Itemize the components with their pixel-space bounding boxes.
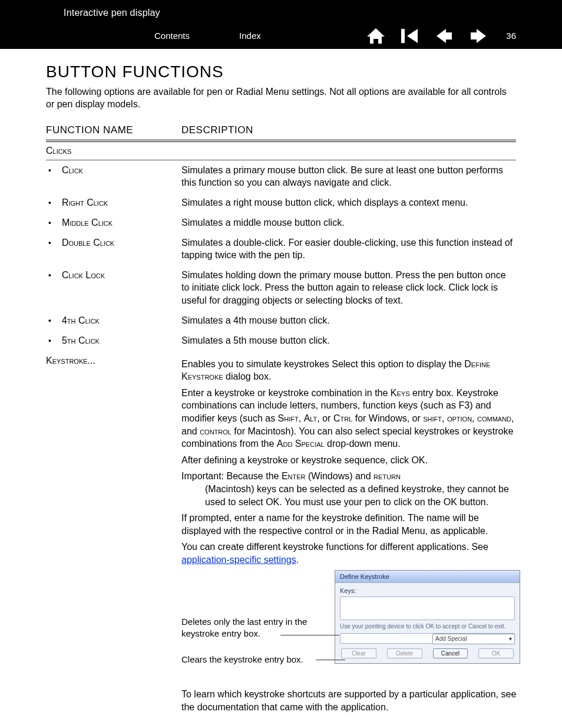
function-desc: Simulates a 4th mouse button click. bbox=[181, 314, 516, 327]
cancel-button[interactable]: Cancel bbox=[433, 648, 468, 659]
function-name: Middle Click bbox=[62, 216, 113, 229]
table-row: •4th ClickSimulates a 4th mouse button c… bbox=[46, 314, 516, 327]
bullet-icon: • bbox=[48, 236, 51, 249]
add-special-dropdown[interactable]: Add Special bbox=[432, 634, 515, 644]
bullet-icon: • bbox=[48, 314, 51, 327]
clicks-category: Clicks bbox=[46, 144, 516, 157]
table-row: •5th ClickSimulates a 5th mouse button c… bbox=[46, 334, 516, 347]
col-function-name: FUNCTION NAME bbox=[46, 124, 181, 137]
bullet-icon: • bbox=[48, 269, 51, 282]
footer-note: To learn which keystroke shortcuts are s… bbox=[181, 688, 520, 713]
bullet-icon: • bbox=[48, 216, 51, 229]
function-desc: Simulates a right mouse button click, wh… bbox=[181, 196, 516, 209]
delete-button[interactable]: Delete bbox=[387, 648, 422, 659]
keystroke-p4: Important: Because the Enter (Windows) a… bbox=[181, 470, 520, 508]
keystroke-row: Keystroke... Enables you to simulate key… bbox=[46, 354, 516, 717]
header-bar: Interactive pen display Contents Index 3… bbox=[0, 0, 562, 49]
table-row: •Right ClickSimulates a right mouse butt… bbox=[46, 196, 516, 209]
define-keystroke-dialog: Define Keystroke Keys: Use your pointing… bbox=[335, 570, 520, 664]
keystroke-p5: If prompted, enter a name for the keystr… bbox=[181, 512, 520, 537]
col-description: DESCRIPTION bbox=[181, 124, 516, 137]
page-number: 36 bbox=[506, 30, 516, 42]
function-name: Double Click bbox=[62, 236, 114, 249]
divider bbox=[46, 160, 516, 160]
function-name: 5th Click bbox=[62, 334, 100, 347]
function-desc: Simulates a primary mouse button click. … bbox=[181, 164, 516, 189]
dialog-title: Define Keystroke bbox=[335, 571, 520, 584]
table-row: •Middle ClickSimulates a middle mouse bu… bbox=[46, 216, 516, 229]
ok-button[interactable]: OK bbox=[478, 648, 514, 659]
next-page-icon[interactable] bbox=[468, 28, 488, 44]
keystroke-label: Keystroke... bbox=[46, 355, 95, 365]
prev-page-icon[interactable] bbox=[434, 28, 454, 44]
function-desc: Simulates holding down the primary mouse… bbox=[181, 269, 516, 307]
function-name: Right Click bbox=[62, 196, 108, 209]
function-desc: Simulates a middle mouse button click. bbox=[181, 216, 516, 229]
dialog-hint: Use your pointing device to click OK to … bbox=[340, 622, 515, 631]
keystroke-p2: Enter a keystroke or keystroke combinati… bbox=[181, 387, 520, 450]
function-name: Click Lock bbox=[62, 269, 105, 282]
function-desc: Simulates a 5th mouse button click. bbox=[181, 334, 516, 347]
function-name: Click bbox=[62, 164, 83, 177]
delete-callout: Deletes only the last entry in the keyst… bbox=[181, 616, 335, 640]
home-icon[interactable] bbox=[366, 27, 386, 45]
doc-title: Interactive pen display bbox=[46, 6, 516, 19]
keystroke-p6: You can create different keystroke funct… bbox=[181, 541, 520, 566]
table-row: •Double ClickSimulates a double-click. F… bbox=[46, 236, 516, 262]
table-row: •Click LockSimulates holding down the pr… bbox=[46, 269, 516, 307]
bullet-icon: • bbox=[48, 334, 51, 347]
first-page-icon[interactable] bbox=[400, 28, 420, 44]
contents-link[interactable]: Contents bbox=[154, 30, 190, 42]
keys-label: Keys: bbox=[340, 587, 515, 595]
clear-button[interactable]: Clear bbox=[341, 648, 376, 659]
page-title: BUTTON FUNCTIONS bbox=[46, 61, 516, 83]
svg-rect-0 bbox=[401, 29, 405, 43]
intro-text: The following options are available for … bbox=[46, 85, 516, 111]
clear-callout: Clears the keystroke entry box. bbox=[181, 654, 335, 666]
function-desc: Simulates a double-click. For easier dou… bbox=[181, 236, 516, 262]
keystroke-p3: After defining a keystroke or keystroke … bbox=[181, 454, 520, 467]
divider bbox=[46, 140, 516, 142]
table-header: FUNCTION NAME DESCRIPTION bbox=[46, 121, 516, 140]
bullet-icon: • bbox=[48, 164, 51, 177]
function-name: 4th Click bbox=[62, 314, 100, 327]
keys-entry-box[interactable] bbox=[340, 597, 515, 620]
bullet-icon: • bbox=[48, 196, 51, 209]
table-row: •ClickSimulates a primary mouse button c… bbox=[46, 164, 516, 189]
keystroke-p1: Enables you to simulate keystrokes Selec… bbox=[181, 358, 520, 383]
index-link[interactable]: Index bbox=[239, 30, 261, 42]
app-specific-link[interactable]: application-specific settings bbox=[181, 555, 296, 565]
